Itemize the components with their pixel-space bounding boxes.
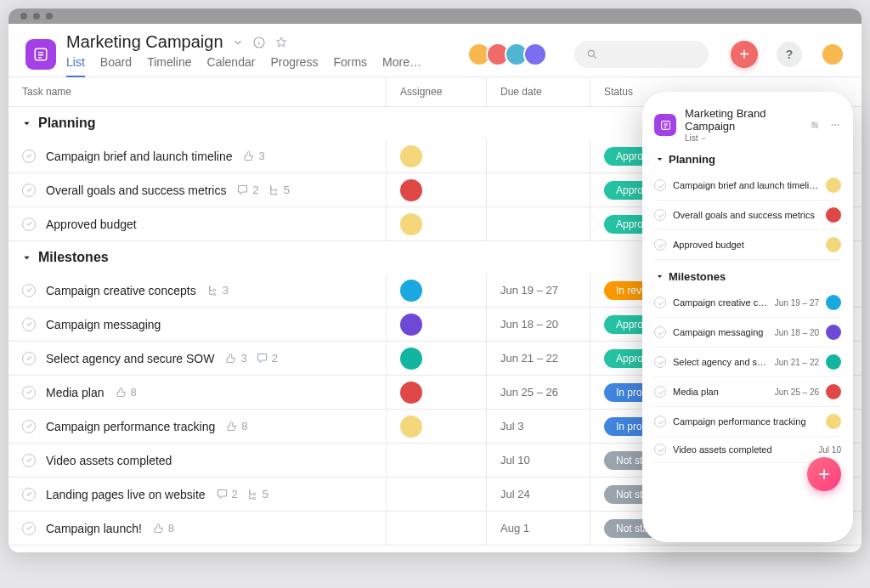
assignee-avatar[interactable] [400,280,422,302]
mobile-task-row[interactable]: Campaign creative conceptsJun 19 – 27 [654,288,841,318]
mobile-complete-checkbox[interactable] [654,416,666,427]
mobile-task-name: Campaign performance tracking [673,416,819,427]
mobile-complete-checkbox[interactable] [654,239,666,251]
mobile-task-name: Video assets completed [673,444,811,455]
like-count: 3 [224,352,246,365]
complete-checkbox[interactable] [22,352,36,365]
due-date[interactable]: Jun 21 – 22 [487,342,590,375]
tab-board[interactable]: Board [100,55,132,76]
mobile-task-name: Media plan [673,387,768,397]
assignee-avatar[interactable] [400,213,422,235]
mobile-task-name: Overall goals and success metrics [673,210,819,220]
comment-count: 2 [236,184,258,196]
assignee-avatar[interactable] [400,179,422,201]
member-avatars[interactable] [472,42,551,66]
project-header: Marketing Campaign ListBoardTimelineCale… [8,24,862,77]
svg-point-8 [253,497,256,500]
mobile-task-row[interactable]: Campaign performance tracking [654,407,841,437]
due-date[interactable]: Jun 18 – 20 [487,308,590,341]
info-icon[interactable] [252,36,266,49]
mobile-complete-checkbox[interactable] [654,444,666,455]
tab-timeline[interactable]: Timeline [147,55,191,76]
complete-checkbox[interactable] [22,454,36,467]
assignee-avatar[interactable] [400,416,422,438]
search-input[interactable] [574,41,709,68]
mobile-task-name: Approved budget [673,240,819,250]
help-button[interactable]: ? [777,42,802,67]
mobile-task-name: Campaign creative concepts [673,297,768,308]
svg-point-3 [274,189,277,191]
mobile-assignee-avatar [826,414,841,429]
mobile-assignee-avatar [826,237,841,252]
task-name: Video assets completed [46,454,172,467]
due-date[interactable]: Aug 1 [487,512,590,545]
window-chrome [8,8,862,24]
complete-checkbox[interactable] [22,420,36,433]
subtask-count: 5 [268,184,290,196]
mobile-complete-checkbox[interactable] [654,326,666,338]
due-date[interactable]: Jul 10 [487,444,590,477]
mobile-task-row[interactable]: Video assets completedJul 10 [654,437,841,463]
assignee-avatar[interactable] [400,382,422,404]
chevron-down-icon[interactable] [232,37,244,48]
complete-checkbox[interactable] [22,386,36,399]
assignee-avatar[interactable] [400,145,422,167]
tab-calendar[interactable]: Calendar [207,55,256,76]
due-date[interactable]: Jul 3 [487,410,590,443]
due-date[interactable]: Jun 25 – 26 [487,376,590,409]
mobile-preview: Marketing Brand Campaign List PlanningCa… [642,92,853,542]
complete-checkbox[interactable] [22,184,36,197]
mobile-complete-checkbox[interactable] [654,356,666,368]
more-icon[interactable] [829,119,841,131]
mobile-add-button[interactable]: + [807,457,841,491]
due-date[interactable] [487,173,590,206]
mobile-task-row[interactable]: Approved budget [654,230,841,260]
assignee-avatar[interactable] [400,348,422,370]
me-avatar[interactable] [821,42,845,66]
filter-icon[interactable] [809,119,821,131]
due-date[interactable]: Jun 19 – 27 [487,274,590,307]
mobile-complete-checkbox[interactable] [654,179,666,191]
member-avatar[interactable] [523,42,547,66]
mobile-task-row[interactable]: Media planJun 25 – 26 [654,377,841,407]
tab-progress[interactable]: Progress [270,55,318,76]
mobile-task-row[interactable]: Campaign messagingJun 18 – 20 [654,318,841,348]
complete-checkbox[interactable] [22,318,36,331]
mobile-section-header[interactable]: Planning [654,143,841,171]
complete-checkbox[interactable] [22,522,36,535]
star-icon[interactable] [274,36,288,49]
task-name: Select agency and secure SOW [46,352,214,365]
assignee-avatar[interactable] [400,314,422,336]
task-name: Overall goals and success metrics [46,184,226,197]
mobile-assignee-avatar [826,325,841,340]
complete-checkbox[interactable] [22,150,36,163]
mobile-task-row[interactable]: Select agency and secure SOWJun 21 – 22 [654,348,841,377]
comment-count: 2 [256,352,278,365]
mobile-project-icon [654,114,676,136]
svg-point-11 [816,126,817,127]
tab-list[interactable]: List [66,55,85,77]
task-name: Media plan [46,386,105,399]
mobile-task-row[interactable]: Overall goals and success metrics [654,201,841,230]
mobile-complete-checkbox[interactable] [654,209,666,221]
svg-point-12 [832,124,833,126]
due-date[interactable] [487,139,590,172]
mobile-view-selector[interactable]: List [685,133,800,143]
tab-forms[interactable]: Forms [333,55,367,76]
svg-point-2 [588,50,594,56]
svg-point-13 [834,124,836,126]
complete-checkbox[interactable] [22,284,36,297]
complete-checkbox[interactable] [22,488,36,501]
mobile-complete-checkbox[interactable] [654,386,666,398]
tab-more[interactable]: More… [382,55,421,76]
complete-checkbox[interactable] [22,218,36,231]
mobile-assignee-avatar [826,207,841,223]
due-date[interactable]: Jul 24 [487,478,590,511]
like-count: 3 [242,150,264,162]
mobile-complete-checkbox[interactable] [654,297,666,308]
mobile-assignee-avatar [826,354,841,370]
mobile-section-header[interactable]: Milestones [654,260,841,288]
mobile-task-row[interactable]: Campaign brief and launch timeline [654,171,841,201]
due-date[interactable] [487,207,590,240]
add-button[interactable]: + [731,41,758,68]
